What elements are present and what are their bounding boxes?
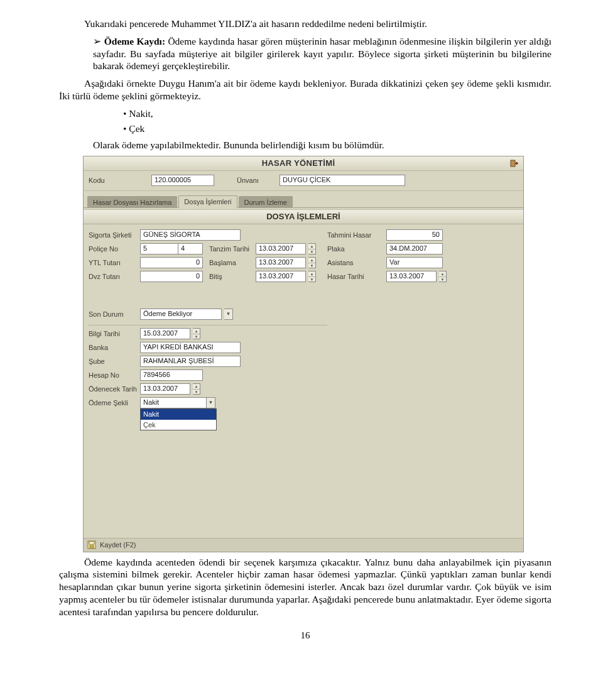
unvani-label: Ünvanı	[237, 176, 274, 185]
hasar-tarihi-label: Hasar Tarihi	[327, 272, 384, 281]
chevron-up-icon: ▲	[193, 329, 200, 334]
tanzim-field[interactable]: 13.03.2007	[256, 243, 306, 254]
ytl-label: YTL Tutarı	[89, 258, 138, 267]
chevron-up-icon: ▲	[308, 258, 315, 263]
police-b-field[interactable]: 4	[178, 243, 203, 254]
odenecek-spinner[interactable]: ▲▼	[193, 383, 200, 395]
tab-bar: Hasar Dosyası Hazırlama Dosya İşlemleri …	[84, 194, 523, 208]
asistans-field[interactable]: Var	[386, 257, 443, 268]
document-page: Yukarıdaki pencerede Muhammet YILDIZ'a a…	[0, 0, 603, 667]
bilgi-spinner[interactable]: ▲▼	[193, 328, 200, 339]
bullet-nakit: Nakit,	[134, 107, 551, 120]
kodu-label: Kodu	[89, 176, 146, 185]
dropdown-icon: ▼	[207, 397, 215, 408]
window-title: HASAR YÖNETİMİ	[87, 158, 509, 169]
form-left-column: Sigorta Şirketi GÜNEŞ SİGORTA Poliçe No …	[89, 229, 327, 411]
hasar-tarihi-field[interactable]: 13.03.2007	[386, 271, 437, 282]
odenecek-field[interactable]: 13.03.2007	[140, 383, 190, 395]
baslama-spinner[interactable]: ▲▼	[308, 257, 316, 268]
odeme-sekli-field: Nakit	[140, 397, 207, 408]
page-number: 16	[59, 630, 551, 642]
chevron-up-icon: ▲	[439, 271, 446, 277]
option-nakit[interactable]: Nakit	[141, 409, 216, 419]
dropdown-icon[interactable]: ▼	[224, 309, 233, 320]
son-durum-field[interactable]: Ödeme Bekliyor	[140, 309, 222, 320]
hesap-field[interactable]: 7894566	[140, 369, 203, 381]
hasar-tarihi-spinner[interactable]: ▲▼	[439, 271, 447, 282]
bitis-label: Bitiş	[209, 272, 253, 281]
window-titlebar: HASAR YÖNETİMİ	[84, 156, 523, 171]
exit-icon[interactable]	[509, 158, 519, 168]
chevron-down-icon: ▼	[193, 334, 200, 339]
form-area: Sigorta Şirketi GÜNEŞ SİGORTA Poliçe No …	[84, 224, 523, 412]
bilgi-field[interactable]: 15.03.2007	[140, 328, 190, 339]
dropdown-options: Nakit Çek	[140, 408, 217, 430]
chevron-up-icon: ▲	[308, 244, 315, 249]
odenecek-label: Ödenecek Tarih	[89, 385, 138, 393]
bullet-cek: Çek	[134, 123, 551, 135]
bitis-field[interactable]: 13.03.2007	[256, 271, 306, 282]
save-button[interactable]: Kaydet (F2)	[100, 540, 136, 549]
tab-hasar-dosyasi[interactable]: Hasar Dosyası Hazırlama	[87, 196, 177, 208]
sube-field[interactable]: RAHMANLAR ŞUBESİ	[140, 356, 241, 367]
option-cek[interactable]: Çek	[141, 420, 216, 430]
paragraph-3: Aşağıdaki örnekte Duygu Hanım'a ait bir …	[59, 77, 551, 102]
chevron-down-icon: ▼	[308, 249, 315, 254]
dvz-label: Dvz Tutarı	[89, 272, 138, 281]
header-row: Kodu 120.000005 Ünvanı DUYGU ÇİCEK	[84, 171, 523, 190]
odeme-sekli-label: Ödeme Şekli	[89, 398, 138, 407]
banka-label: Banka	[89, 343, 138, 352]
plaka-label: Plaka	[327, 244, 384, 253]
sigorta-sirketi-field[interactable]: GÜNEŞ SİGORTA	[140, 229, 241, 241]
svg-rect-3	[90, 545, 94, 548]
banka-field[interactable]: YAPI KREDİ BANKASI	[140, 342, 241, 353]
tanzim-spinner[interactable]: ▲▼	[308, 243, 316, 254]
chevron-up-icon: ▲	[308, 271, 315, 277]
baslama-label: Başlama	[209, 258, 253, 267]
form-right-column: Tahmini Hasar 50 Plaka 34.DM.2007 Asista…	[327, 229, 518, 411]
unvani-field[interactable]: DUYGU ÇİCEK	[280, 175, 405, 186]
section-header: DOSYA İŞLEMLERİ	[84, 209, 523, 224]
ytl-field[interactable]: 0	[140, 257, 203, 268]
chevron-down-icon: ▼	[308, 263, 315, 268]
chevron-down-icon: ▼	[193, 390, 200, 395]
police-a-field[interactable]: 5	[140, 243, 178, 254]
chevron-down-icon: ▼	[308, 277, 315, 282]
tahmini-field[interactable]: 50	[386, 229, 443, 241]
tab-durum-izleme[interactable]: Durum İzleme	[239, 196, 293, 208]
section-title-text: DOSYA İŞLEMLERİ	[84, 212, 523, 222]
tahmini-label: Tahmini Hasar	[327, 231, 384, 239]
bilgi-label: Bilgi Tarihi	[89, 329, 138, 338]
divider	[89, 325, 327, 325]
hesap-label: Hesap No	[89, 371, 138, 380]
hasar-yonetimi-window: HASAR YÖNETİMİ Kodu 120.000005 Ünvanı DU…	[83, 156, 524, 552]
paragraph-5: Ödeme kaydında acenteden ödendi bir seçe…	[59, 556, 551, 618]
chevron-down-icon: ▼	[439, 277, 446, 282]
sube-label: Şube	[89, 357, 138, 366]
spacer	[89, 285, 327, 309]
kodu-field[interactable]: 120.000005	[151, 175, 214, 186]
dvz-field[interactable]: 0	[140, 271, 203, 282]
arrow-icon: ➢	[93, 36, 104, 46]
bottom-toolbar: Kaydet (F2)	[84, 538, 523, 551]
chevron-up-icon: ▲	[193, 384, 200, 390]
baslama-field[interactable]: 13.03.2007	[256, 257, 306, 268]
paragraph-1: Yukarıdaki pencerede Muhammet YILDIZ'a a…	[59, 18, 551, 30]
plaka-field[interactable]: 34.DM.2007	[386, 243, 443, 254]
bullet-odeme-kaydi: ➢ Ödeme Kaydı: Ödeme kaydında hasar göre…	[93, 35, 551, 72]
odeme-kaydi-label: Ödeme Kaydı:	[104, 36, 165, 46]
odeme-sekli-dropdown[interactable]: Nakit ▼ Nakit Çek	[140, 397, 241, 408]
son-durum-label: Son Durum	[89, 310, 138, 319]
empty-space	[84, 412, 523, 538]
divider	[84, 190, 523, 191]
police-label: Poliçe No	[89, 244, 138, 253]
svg-rect-2	[89, 542, 94, 544]
tanzim-label: Tanzim Tarihi	[209, 244, 253, 253]
asistans-label: Asistans	[327, 258, 384, 267]
bitis-spinner[interactable]: ▲▼	[308, 271, 316, 282]
svg-rect-0	[511, 160, 515, 167]
paragraph-4: Olarak ödeme yapılabilmektedir. Bununda …	[93, 139, 551, 151]
disk-icon	[87, 540, 96, 549]
tab-dosya-islemleri[interactable]: Dosya İşlemleri	[178, 195, 237, 208]
sigorta-sirketi-label: Sigorta Şirketi	[89, 231, 138, 239]
